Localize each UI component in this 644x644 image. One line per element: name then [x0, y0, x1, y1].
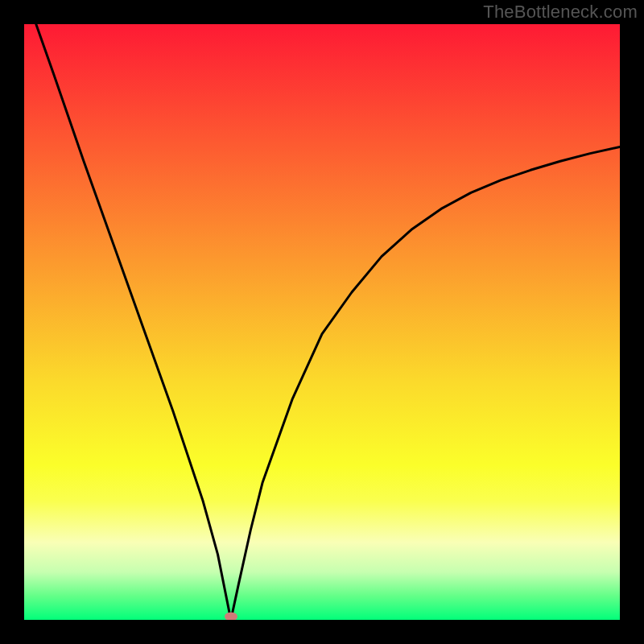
bottleneck-curve — [24, 24, 620, 620]
chart-frame: TheBottleneck.com — [0, 0, 644, 644]
plot-area — [24, 24, 620, 620]
optimal-point-marker — [225, 613, 237, 620]
watermark-text: TheBottleneck.com — [483, 2, 638, 23]
